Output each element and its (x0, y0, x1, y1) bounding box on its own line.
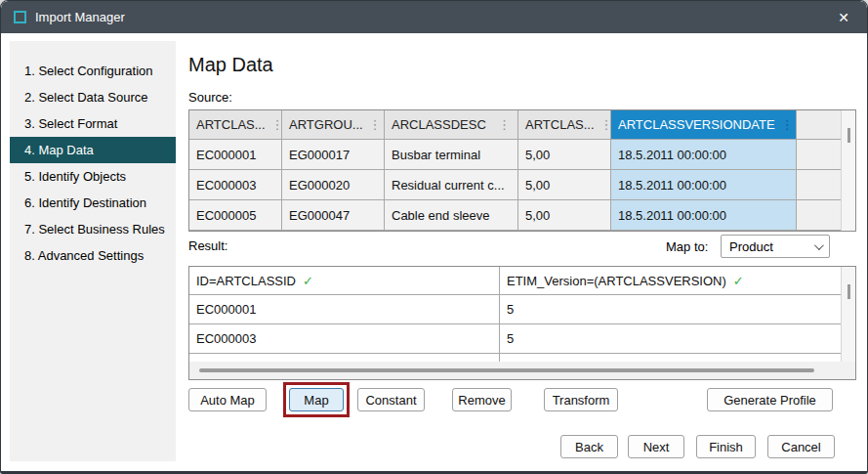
sidebar-item-select-format[interactable]: 3. Select Format (10, 110, 176, 137)
auto-map-button[interactable]: Auto Map (188, 388, 267, 411)
cell[interactable]: EG000017 (282, 140, 385, 169)
result-vertical-scrollbar[interactable] (841, 267, 855, 362)
column-label: ARTCLAS... (196, 117, 266, 132)
column-label: ARTCLAS... (525, 117, 595, 132)
result-table: ID=ARTCLASSID ✓ ETIM_Version=(ARTCLASSVE… (188, 266, 856, 380)
sidebar-item-map-data[interactable]: 4. Map Data (10, 137, 176, 163)
cell-selected-column[interactable]: 18.5.2011 00:00:00 (611, 140, 797, 169)
result-table-row: EC000003 5 (189, 324, 855, 354)
result-column-header-id[interactable]: ID=ARTCLASSID ✓ (189, 267, 500, 294)
result-table-header: ID=ARTCLASSID ✓ ETIM_Version=(ARTCLASSVE… (189, 267, 855, 295)
source-vertical-scrollbar[interactable] (841, 110, 855, 231)
sidebar-item-select-business-rules[interactable]: 7. Select Business Rules (10, 216, 176, 242)
cell[interactable]: EC000003 (189, 170, 282, 199)
source-column-header-arclassdesc[interactable]: ARCLASSDESC ⋮ (385, 110, 518, 139)
result-horizontal-scrollbar[interactable] (189, 362, 855, 379)
cancel-button[interactable]: Cancel (767, 435, 835, 458)
column-label: ETIM_Version=(ARTCLASSVERSION) (507, 274, 726, 288)
window-title: Import Manager (35, 10, 125, 24)
source-column-header-artclassversion[interactable]: ARTCLAS... ⋮ (518, 110, 611, 139)
source-table-row: EC000003 EG000020 Residual current c... … (189, 170, 855, 200)
cell[interactable]: 5,00 (518, 170, 611, 199)
check-icon: ✓ (733, 274, 744, 288)
scrollbar-thumb[interactable] (199, 368, 814, 372)
map-to-select[interactable]: Product (721, 235, 830, 258)
cell-selected-column[interactable]: 18.5.2011 00:00:00 (611, 200, 797, 230)
cell[interactable]: EG000020 (282, 170, 385, 199)
close-icon[interactable]: ✕ (833, 10, 854, 25)
cell-selected-column[interactable]: 18.5.2011 00:00:00 (611, 170, 797, 199)
source-table-row: EC000005 EG000047 Cable end sleeve 5,00 … (189, 200, 855, 231)
check-icon: ✓ (303, 274, 313, 288)
column-label: ARCLASSDESC (392, 117, 486, 132)
column-menu-icon[interactable]: ⋮ (595, 117, 611, 132)
column-menu-icon[interactable]: ⋮ (266, 117, 282, 132)
app-icon (14, 11, 26, 23)
scrollbar-thumb[interactable] (847, 128, 850, 143)
source-column-header-artclassid[interactable]: ARTCLAS... ⋮ (189, 110, 282, 139)
map-to-value: Product (729, 239, 773, 254)
cell[interactable]: 5 (500, 324, 841, 353)
cell[interactable]: EG000047 (282, 200, 385, 230)
source-table-row: EC000001 EG000017 Busbar terminal 5,00 1… (189, 140, 855, 170)
source-table: ARTCLAS... ⋮ ARTGROU... ⋮ ARCLASSDESC ⋮ … (188, 109, 856, 232)
column-label: ID=ARTCLASSID (196, 274, 296, 288)
scrollbar-thumb[interactable] (847, 284, 850, 299)
sidebar-item-select-configuration[interactable]: 1. Select Configuration (10, 58, 176, 84)
cell (189, 354, 500, 362)
sidebar-item-identify-objects[interactable]: 5. Identify Objects (10, 163, 176, 190)
transform-button[interactable]: Transform (544, 388, 618, 411)
column-label: ARTCLASSVERSIONDATE (618, 117, 775, 132)
cell[interactable]: Cable end sleeve (385, 200, 518, 230)
source-label: Source: (188, 90, 232, 105)
cell[interactable]: 5,00 (518, 140, 611, 169)
cell[interactable]: EC000001 (189, 295, 500, 323)
titlebar: Import Manager ✕ (1, 1, 867, 33)
result-column-header-etim-version[interactable]: ETIM_Version=(ARTCLASSVERSION) ✓ (500, 267, 841, 294)
map-to-label: Map to: (666, 239, 708, 254)
cell[interactable]: Busbar terminal (385, 140, 518, 169)
map-button[interactable]: Map (289, 388, 344, 411)
cell[interactable]: 5,00 (518, 200, 611, 230)
column-menu-icon[interactable]: ⋮ (492, 117, 511, 132)
result-table-row-partial (189, 354, 855, 362)
cell[interactable]: EC000005 (189, 200, 282, 230)
cell[interactable]: 5 (500, 295, 841, 323)
result-label: Result: (188, 238, 227, 253)
chevron-down-icon (814, 240, 824, 250)
finish-button[interactable]: Finish (696, 435, 756, 458)
sidebar-item-identify-destination[interactable]: 6. Identify Destination (10, 190, 176, 216)
sidebar-item-advanced-settings[interactable]: 8. Advanced Settings (10, 242, 176, 269)
import-manager-window: Import Manager ✕ 1. Select Configuration… (0, 0, 868, 474)
back-button[interactable]: Back (560, 435, 618, 458)
cell[interactable]: EC000003 (189, 324, 500, 353)
column-menu-icon[interactable]: ⋮ (363, 117, 382, 132)
next-button[interactable]: Next (628, 435, 684, 458)
source-table-header: ARTCLAS... ⋮ ARTGROU... ⋮ ARCLASSDESC ⋮ … (189, 110, 855, 140)
wizard-steps-sidebar: 1. Select Configuration 2. Select Data S… (10, 41, 176, 461)
constant-button[interactable]: Constant (357, 388, 425, 411)
cell[interactable]: EC000001 (189, 140, 282, 169)
result-table-row: EC000001 5 (189, 295, 855, 324)
source-column-header-artclassversiondate[interactable]: ARTCLASSVERSIONDATE ⋮ (611, 110, 797, 139)
cell[interactable]: Residual current c... (385, 170, 518, 199)
page-title: Map Data (188, 54, 273, 76)
source-column-header-artgroup[interactable]: ARTGROU... ⋮ (282, 110, 385, 139)
column-menu-icon[interactable]: ⋮ (775, 117, 794, 132)
cell (500, 354, 841, 362)
remove-button[interactable]: Remove (452, 388, 512, 411)
generate-profile-button[interactable]: Generate Profile (707, 388, 833, 411)
sidebar-item-select-data-source[interactable]: 2. Select Data Source (10, 84, 176, 110)
column-label: ARTGROU... (289, 117, 363, 132)
